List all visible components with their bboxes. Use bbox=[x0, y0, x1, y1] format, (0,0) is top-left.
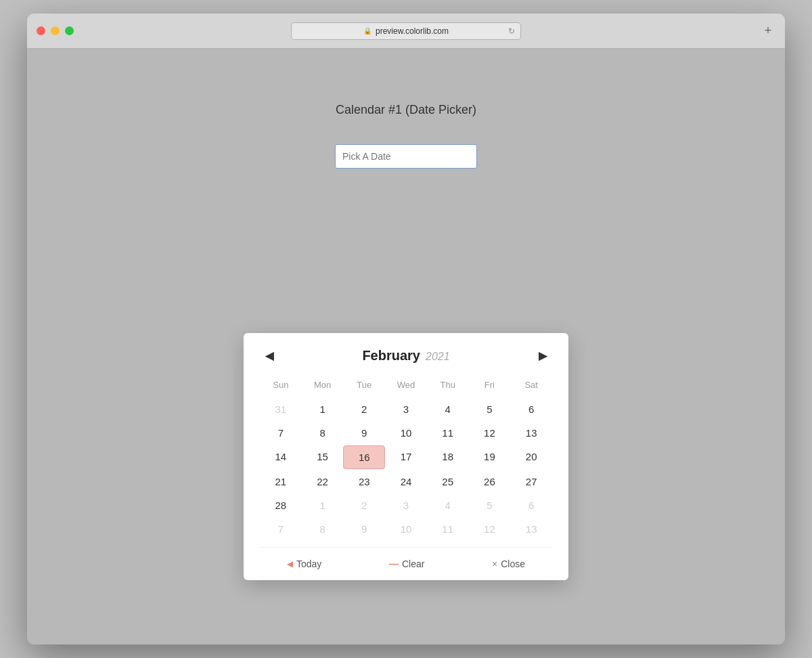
today-icon: ◀ bbox=[287, 559, 293, 569]
calendar-day[interactable]: 8 bbox=[302, 422, 344, 444]
lock-icon: 🔒 bbox=[363, 27, 371, 35]
calendar-day[interactable]: 22 bbox=[302, 470, 344, 493]
calendar-day: 5 bbox=[469, 494, 511, 517]
close-button[interactable]: × Close bbox=[492, 558, 525, 569]
calendar-day: 31 bbox=[260, 398, 302, 420]
calendar-day[interactable]: 15 bbox=[302, 445, 344, 469]
traffic-lights bbox=[37, 26, 74, 35]
weekday-label: Tue bbox=[343, 377, 385, 393]
calendar-day: 9 bbox=[343, 518, 385, 540]
calendar-day[interactable]: 18 bbox=[427, 445, 469, 469]
date-input[interactable] bbox=[335, 144, 477, 169]
calendar-day: 7 bbox=[260, 518, 302, 540]
calendar-day[interactable]: 26 bbox=[469, 470, 511, 493]
address-bar: 🔒 preview.colorlib.com ↻ bbox=[291, 22, 521, 40]
calendar-day[interactable]: 10 bbox=[385, 422, 427, 444]
today-label: Today bbox=[296, 558, 321, 569]
calendar-day[interactable]: 19 bbox=[469, 445, 511, 469]
calendar-day[interactable]: 2 bbox=[343, 398, 385, 420]
calendar-day[interactable]: 27 bbox=[510, 470, 552, 493]
calendar-day[interactable]: 16 bbox=[343, 445, 385, 469]
url-text: preview.colorlib.com bbox=[376, 26, 449, 36]
minimize-window-button[interactable] bbox=[51, 26, 60, 35]
calendar-day[interactable]: 20 bbox=[510, 445, 552, 469]
calendar-day[interactable]: 12 bbox=[469, 422, 511, 444]
clear-label: Clear bbox=[402, 558, 424, 569]
calendar-popup: ◀ February 2021 ▶ SunMonTueWedThuFriSat … bbox=[244, 333, 568, 580]
weekday-label: Mon bbox=[302, 377, 344, 393]
calendar-day[interactable]: 21 bbox=[260, 470, 302, 493]
page-content: Calendar #1 (Date Picker) ◀ February 202… bbox=[27, 49, 785, 644]
calendar-day: 10 bbox=[385, 518, 427, 540]
close-label: Close bbox=[501, 558, 525, 569]
calendar-day: 6 bbox=[510, 494, 552, 517]
calendar-day: 8 bbox=[302, 518, 344, 540]
titlebar: 🔒 preview.colorlib.com ↻ + bbox=[27, 14, 785, 49]
calendar-day[interactable]: 17 bbox=[385, 445, 427, 469]
calendar-day[interactable]: 4 bbox=[427, 398, 469, 420]
calendar-header: ◀ February 2021 ▶ bbox=[260, 347, 552, 365]
calendar-day: 3 bbox=[385, 494, 427, 517]
page-title: Calendar #1 (Date Picker) bbox=[336, 103, 476, 117]
calendar-day[interactable]: 9 bbox=[343, 422, 385, 444]
calendar-day[interactable]: 6 bbox=[510, 398, 552, 420]
calendar-day[interactable]: 24 bbox=[385, 470, 427, 493]
calendar-day[interactable]: 7 bbox=[260, 422, 302, 444]
weekday-headers: SunMonTueWedThuFriSat bbox=[260, 377, 552, 393]
calendar-footer: ◀ Today — Clear × Close bbox=[260, 547, 552, 580]
calendar-day: 13 bbox=[510, 518, 552, 540]
weekday-label: Wed bbox=[385, 377, 427, 393]
close-x-icon: × bbox=[492, 558, 497, 569]
today-button[interactable]: ◀ Today bbox=[287, 558, 321, 569]
weekday-label: Fri bbox=[469, 377, 511, 393]
calendar-year: 2021 bbox=[426, 351, 450, 363]
weekday-label: Sun bbox=[260, 377, 302, 393]
calendar-day[interactable]: 5 bbox=[469, 398, 511, 420]
calendar-day[interactable]: 25 bbox=[427, 470, 469, 493]
calendar-day[interactable]: 14 bbox=[260, 445, 302, 469]
calendar-day[interactable]: 3 bbox=[385, 398, 427, 420]
add-tab-button[interactable]: + bbox=[761, 24, 775, 39]
clear-icon: — bbox=[389, 558, 399, 569]
weekday-label: Sat bbox=[510, 377, 552, 393]
calendar-grid: SunMonTueWedThuFriSat 311234567891011121… bbox=[260, 377, 552, 540]
calendar-day[interactable]: 11 bbox=[427, 422, 469, 444]
calendar-days: 3112345678910111213141516171819202122232… bbox=[260, 398, 552, 540]
close-window-button[interactable] bbox=[37, 26, 45, 35]
maximize-window-button[interactable] bbox=[65, 26, 74, 35]
calendar-day: 2 bbox=[343, 494, 385, 517]
calendar-month: February bbox=[362, 348, 420, 364]
calendar-day: 12 bbox=[469, 518, 511, 540]
clear-button[interactable]: — Clear bbox=[389, 558, 424, 569]
browser-window: 🔒 preview.colorlib.com ↻ + Calendar #1 (… bbox=[27, 14, 785, 644]
calendar-day: 11 bbox=[427, 518, 469, 540]
calendar-day[interactable]: 28 bbox=[260, 494, 302, 517]
prev-month-button[interactable]: ◀ bbox=[260, 347, 279, 365]
next-month-button[interactable]: ▶ bbox=[533, 347, 552, 365]
reload-icon[interactable]: ↻ bbox=[508, 26, 515, 36]
calendar-day[interactable]: 1 bbox=[302, 398, 344, 420]
weekday-label: Thu bbox=[427, 377, 469, 393]
calendar-day[interactable]: 13 bbox=[510, 422, 552, 444]
calendar-day: 4 bbox=[427, 494, 469, 517]
month-year-display: February 2021 bbox=[362, 348, 449, 364]
calendar-day[interactable]: 23 bbox=[343, 470, 385, 493]
calendar-day: 1 bbox=[302, 494, 344, 517]
